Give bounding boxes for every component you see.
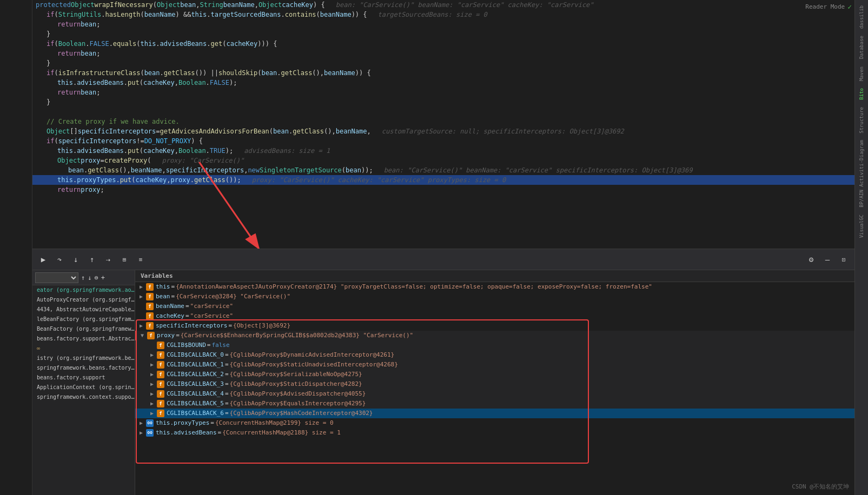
var-icon-cb6: f <box>157 410 164 417</box>
code-line-17: bean.getClass(), beanName, specificInter… <box>32 165 854 175</box>
var-icon-cb1: f <box>157 361 164 369</box>
center-content: Reader Mode ✓ protected Object wrapIfNec… <box>32 0 854 495</box>
stack-item-1[interactable]: AutoProxyCreator (org.springfram <box>32 295 135 305</box>
reader-mode-check: ✓ <box>847 3 852 11</box>
stack-item-5[interactable]: beans.factory.support.AbstractAut <box>32 334 135 344</box>
code-line-18: this.proxyTypes.put(cacheKey, proxy.getC… <box>32 175 854 185</box>
var-icon-advisedbeans: oo <box>146 429 154 437</box>
var-cglib-cb6[interactable]: ▶ f CGLIB$CALLBACK_6 = {CglibAopProxy$Ha… <box>135 409 854 418</box>
stack-item-11[interactable]: springframework.context.support <box>32 392 135 402</box>
var-icon-proxy: f <box>147 332 155 339</box>
var-icon-cachekey: f <box>146 312 154 320</box>
var-icon-this: f <box>146 283 154 291</box>
filter-icon[interactable]: ⊜ <box>94 274 98 282</box>
var-cglib-cb2[interactable]: ▶ f CGLIB$CALLBACK_2 = {CglibAopProxy$Se… <box>135 370 854 379</box>
var-advisedbeans[interactable]: ▶ oo this.advisedBeans = {ConcurrentHash… <box>135 428 854 438</box>
code-line-14: if (specificInterceptors != DO_NOT_PROXY… <box>32 136 854 146</box>
code-area: Reader Mode ✓ protected Object wrapIfNec… <box>32 0 854 249</box>
sidebar-tab-bito[interactable]: Bito <box>858 85 865 103</box>
stack-item-6[interactable]: ∞ <box>32 344 135 353</box>
var-cachekey[interactable]: ▶ f cacheKey = "carService" <box>135 311 854 321</box>
debug-panel: ↑ ↓ ⊜ + eator (org.springframework.aop.f… <box>32 270 854 495</box>
variables-header: Variables <box>135 270 854 282</box>
stack-panel: ↑ ↓ ⊜ + eator (org.springframework.aop.f… <box>32 270 135 495</box>
code-line-15: this.advisedBeans.put(cacheKey, Boolean.… <box>32 146 854 156</box>
step-over-icon[interactable]: ↷ <box>54 254 65 265</box>
var-icon-cb2: f <box>157 371 164 378</box>
proxy-section-start: ▼ f proxy = {CarService$$EnhancerBySprin… <box>135 331 854 418</box>
var-icon-specificint: f <box>146 322 154 330</box>
debug-toolbar: ▶ ↷ ↓ ↑ ⇢ ⊞ ≡ ⚙ — ⊡ <box>32 249 854 270</box>
var-proxytypes[interactable]: ▶ oo this.proxyTypes = {ConcurrentHashMa… <box>135 418 854 428</box>
sidebar-tab-structure[interactable]: Structure <box>858 104 865 136</box>
code-line-2: return bean; <box>32 19 854 29</box>
main-container: Reader Mode ✓ protected Object wrapIfNec… <box>0 0 868 495</box>
variables-panel: Variables ▶ f this = {AnnotationAwareAsp… <box>135 270 854 495</box>
stack-item-4[interactable]: BeanFactory (org.springframework. <box>32 324 135 334</box>
code-line-16: Object proxy = createProxy( proxy: "CarS… <box>32 156 854 165</box>
code-line-19: return proxy; <box>32 185 854 195</box>
reader-mode: Reader Mode ✓ <box>805 3 852 11</box>
var-icon-bound: f <box>157 342 164 349</box>
var-this[interactable]: ▶ f this = {AnnotationAwareAspectJAutoPr… <box>135 282 854 292</box>
stack-item-3[interactable]: leBeanFactory (org.springframewor <box>32 315 135 324</box>
code-line-3: } <box>32 29 854 39</box>
stack-header-controls: ↑ ↓ ⊜ + <box>32 270 135 285</box>
code-line-5: return bean; <box>32 49 854 58</box>
var-specificinterceptors[interactable]: ▶ f specificInterceptors = {Object[3]@36… <box>135 321 854 331</box>
stack-item-10[interactable]: ApplicationContext (org.springfram <box>32 383 135 392</box>
left-gutter <box>0 0 32 495</box>
var-icon-cb0: f <box>157 351 164 359</box>
sidebar-tab-visualgc[interactable]: VisualGC <box>858 212 865 240</box>
var-cglib-cb4[interactable]: ▶ f CGLIB$CALLBACK_4 = {CglibAopProxy$Ad… <box>135 389 854 399</box>
down-icon[interactable]: ↓ <box>88 274 91 282</box>
sidebar-tab-activiti[interactable]: BP/AIN Activiti-Diagram <box>858 137 865 210</box>
stack-item-8[interactable]: springframework.beans.factory.sup <box>32 363 135 373</box>
var-icon-bean: f <box>146 293 154 300</box>
var-icon-cb4: f <box>157 390 164 398</box>
var-icon-cb5: f <box>157 400 164 407</box>
var-cglib-cb5[interactable]: ▶ f CGLIB$CALLBACK_5 = {CglibAopProxy$Eq… <box>135 399 854 409</box>
add-icon[interactable]: + <box>101 274 105 282</box>
code-line-7: if (isInfrastructureClass(bean.getClass(… <box>32 68 854 78</box>
minimize-icon[interactable]: — <box>822 254 833 265</box>
code-line-6: } <box>32 58 854 68</box>
var-cglib-cb3[interactable]: ▶ f CGLIB$CALLBACK_3 = {CglibAopProxy$St… <box>135 379 854 389</box>
evaluate-icon[interactable]: ⊞ <box>119 254 130 265</box>
code-line-0: protected Object wrapIfNecessary(Object … <box>32 0 854 10</box>
var-cglib-cb0[interactable]: ▶ f CGLIB$CALLBACK_0 = {CglibAopProxy$Dy… <box>135 350 854 360</box>
reader-mode-label: Reader Mode <box>805 3 845 10</box>
thread-selector[interactable] <box>35 272 78 283</box>
right-sidebar: dassilib Database Maven Bito Structure B… <box>854 0 868 495</box>
code-line-1: if (StringUtils.hasLength(beanName) && t… <box>32 10 854 19</box>
stack-item-7[interactable]: istry (org.springframework.beans.f <box>32 353 135 363</box>
watermark: CSDN @不知名的艾坤 <box>792 483 849 491</box>
sidebar-tab-dassilib[interactable]: dassilib <box>858 3 865 31</box>
code-line-4: if (Boolean.FALSE.equals(this.advisedBea… <box>32 39 854 49</box>
code-line-blank <box>32 107 854 117</box>
code-line-10: } <box>32 97 854 107</box>
var-proxy[interactable]: ▼ f proxy = {CarService$$EnhancerBySprin… <box>135 331 854 340</box>
var-icon-cb3: f <box>157 380 164 388</box>
var-bean[interactable]: ▶ f bean = {CarService@3284} "CarService… <box>135 292 854 302</box>
stack-item-2[interactable]: 4434, AbstractAutowireCapableBea <box>32 305 135 315</box>
settings-icon[interactable]: ⚙ <box>806 254 817 265</box>
sidebar-tab-maven[interactable]: Maven <box>858 64 865 84</box>
step-out-icon[interactable]: ↑ <box>87 254 97 265</box>
sidebar-tab-database[interactable]: Database <box>858 33 865 62</box>
var-beanname[interactable]: ▶ f beanName = "carService" <box>135 302 854 311</box>
up-icon[interactable]: ↑ <box>81 274 85 282</box>
frames-icon[interactable]: ≡ <box>135 254 146 265</box>
resume-icon[interactable]: ▶ <box>38 254 49 265</box>
code-line-9: return bean; <box>32 88 854 97</box>
stack-item-9[interactable]: beans.factory.support <box>32 373 135 383</box>
var-cglib-bound[interactable]: ▶ f CGLIB$BOUND = false <box>135 340 854 350</box>
code-line-8: this.advisedBeans.put(cacheKey, Boolean.… <box>32 78 854 88</box>
layout-icon[interactable]: ⊡ <box>838 254 849 265</box>
var-cglib-cb1[interactable]: ▶ f CGLIB$CALLBACK_1 = {CglibAopProxy$St… <box>135 360 854 370</box>
step-into-icon[interactable]: ↓ <box>70 254 81 265</box>
run-to-cursor-icon[interactable]: ⇢ <box>103 254 114 265</box>
code-line-13: Object[] specificInterceptors = getAdvic… <box>32 126 854 136</box>
code-line-comment: // Create proxy if we have advice. <box>32 117 854 126</box>
stack-item-0[interactable]: eator (org.springframework.aop.fra <box>32 285 135 295</box>
